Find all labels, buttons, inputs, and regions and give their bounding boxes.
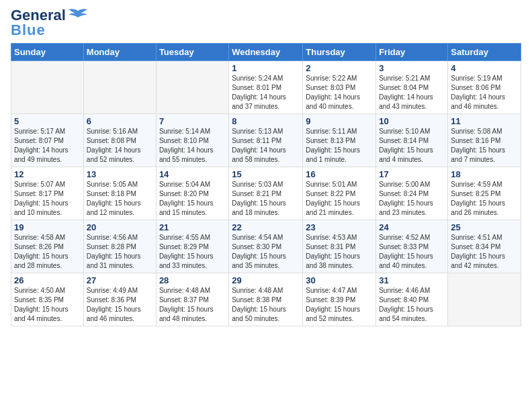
day-info: Sunrise: 4:56 AM Sunset: 8:28 PM Dayligh… — [87, 233, 153, 271]
calendar-cell: 10Sunrise: 5:10 AM Sunset: 8:14 PM Dayli… — [376, 114, 448, 167]
calendar-col-header: Wednesday — [229, 44, 303, 61]
calendar-col-header: Thursday — [303, 44, 376, 61]
calendar-cell: 4Sunrise: 5:19 AM Sunset: 8:06 PM Daylig… — [448, 61, 521, 114]
day-info: Sunrise: 5:00 AM Sunset: 8:24 PM Dayligh… — [379, 180, 445, 218]
calendar-cell: 5Sunrise: 5:17 AM Sunset: 8:07 PM Daylig… — [11, 114, 84, 167]
calendar-cell: 9Sunrise: 5:11 AM Sunset: 8:13 PM Daylig… — [303, 114, 376, 167]
calendar-week-row: 12Sunrise: 5:07 AM Sunset: 8:17 PM Dayli… — [11, 167, 521, 220]
day-info: Sunrise: 5:08 AM Sunset: 8:16 PM Dayligh… — [451, 127, 518, 165]
day-number: 21 — [159, 222, 226, 232]
calendar-col-header: Tuesday — [156, 44, 228, 61]
calendar-cell: 23Sunrise: 4:53 AM Sunset: 8:31 PM Dayli… — [303, 220, 376, 273]
logo-bird-icon — [67, 8, 89, 23]
day-info: Sunrise: 5:07 AM Sunset: 8:17 PM Dayligh… — [14, 180, 81, 218]
day-number: 6 — [87, 116, 153, 126]
day-number: 3 — [379, 63, 445, 73]
header: General Blue — [11, 7, 521, 39]
day-info: Sunrise: 4:58 AM Sunset: 8:26 PM Dayligh… — [14, 233, 81, 271]
day-number: 30 — [306, 275, 373, 285]
day-number: 22 — [232, 222, 300, 232]
calendar-cell: 28Sunrise: 4:48 AM Sunset: 8:37 PM Dayli… — [156, 273, 228, 326]
day-number: 19 — [14, 222, 81, 232]
day-info: Sunrise: 4:53 AM Sunset: 8:31 PM Dayligh… — [306, 233, 373, 271]
day-number: 14 — [159, 169, 226, 179]
day-number: 4 — [451, 63, 518, 73]
calendar-cell: 24Sunrise: 4:52 AM Sunset: 8:33 PM Dayli… — [376, 220, 448, 273]
calendar-cell: 3Sunrise: 5:21 AM Sunset: 8:04 PM Daylig… — [376, 61, 448, 114]
calendar-header-row: SundayMondayTuesdayWednesdayThursdayFrid… — [11, 44, 521, 61]
day-info: Sunrise: 5:11 AM Sunset: 8:13 PM Dayligh… — [306, 127, 373, 165]
day-info: Sunrise: 5:16 AM Sunset: 8:08 PM Dayligh… — [87, 127, 153, 165]
calendar-cell: 8Sunrise: 5:13 AM Sunset: 8:11 PM Daylig… — [229, 114, 303, 167]
day-number: 31 — [379, 275, 445, 285]
day-info: Sunrise: 5:10 AM Sunset: 8:14 PM Dayligh… — [379, 127, 445, 165]
day-number: 8 — [232, 116, 300, 126]
calendar-cell: 7Sunrise: 5:14 AM Sunset: 8:10 PM Daylig… — [156, 114, 228, 167]
day-info: Sunrise: 4:49 AM Sunset: 8:36 PM Dayligh… — [87, 286, 153, 324]
calendar-col-header: Monday — [83, 44, 156, 61]
day-info: Sunrise: 4:55 AM Sunset: 8:29 PM Dayligh… — [159, 233, 226, 271]
day-info: Sunrise: 4:48 AM Sunset: 8:38 PM Dayligh… — [232, 286, 300, 324]
day-number: 13 — [87, 169, 153, 179]
calendar-week-row: 1Sunrise: 5:24 AM Sunset: 8:01 PM Daylig… — [11, 61, 521, 114]
calendar-week-row: 19Sunrise: 4:58 AM Sunset: 8:26 PM Dayli… — [11, 220, 521, 273]
calendar-cell: 26Sunrise: 4:50 AM Sunset: 8:35 PM Dayli… — [11, 273, 84, 326]
day-number: 15 — [232, 169, 300, 179]
logo-blue-text: Blue — [11, 21, 46, 39]
calendar-col-header: Friday — [376, 44, 448, 61]
calendar-cell: 2Sunrise: 5:22 AM Sunset: 8:03 PM Daylig… — [303, 61, 376, 114]
calendar-cell: 15Sunrise: 5:03 AM Sunset: 8:21 PM Dayli… — [229, 167, 303, 220]
day-number: 20 — [87, 222, 153, 232]
day-number: 28 — [159, 275, 226, 285]
day-info: Sunrise: 5:19 AM Sunset: 8:06 PM Dayligh… — [451, 74, 518, 111]
day-number: 18 — [451, 169, 518, 179]
calendar-cell: 31Sunrise: 4:46 AM Sunset: 8:40 PM Dayli… — [376, 273, 448, 326]
calendar-col-header: Sunday — [11, 44, 84, 61]
day-number: 2 — [306, 63, 373, 73]
day-info: Sunrise: 5:17 AM Sunset: 8:07 PM Dayligh… — [14, 127, 81, 165]
day-info: Sunrise: 5:04 AM Sunset: 8:20 PM Dayligh… — [159, 180, 226, 218]
calendar-cell: 11Sunrise: 5:08 AM Sunset: 8:16 PM Dayli… — [448, 114, 521, 167]
day-info: Sunrise: 4:59 AM Sunset: 8:25 PM Dayligh… — [451, 180, 518, 218]
calendar-cell — [83, 61, 156, 114]
calendar-week-row: 5Sunrise: 5:17 AM Sunset: 8:07 PM Daylig… — [11, 114, 521, 167]
day-info: Sunrise: 5:01 AM Sunset: 8:22 PM Dayligh… — [306, 180, 373, 218]
day-number: 17 — [379, 169, 445, 179]
day-info: Sunrise: 5:14 AM Sunset: 8:10 PM Dayligh… — [159, 127, 226, 165]
day-number: 24 — [379, 222, 445, 232]
calendar-col-header: Saturday — [448, 44, 521, 61]
day-number: 1 — [232, 63, 300, 73]
day-number: 27 — [87, 275, 153, 285]
calendar-cell: 18Sunrise: 4:59 AM Sunset: 8:25 PM Dayli… — [448, 167, 521, 220]
day-info: Sunrise: 5:05 AM Sunset: 8:18 PM Dayligh… — [87, 180, 153, 218]
day-number: 29 — [232, 275, 300, 285]
day-number: 10 — [379, 116, 445, 126]
day-info: Sunrise: 4:46 AM Sunset: 8:40 PM Dayligh… — [379, 286, 445, 324]
calendar-cell: 21Sunrise: 4:55 AM Sunset: 8:29 PM Dayli… — [156, 220, 228, 273]
calendar-cell: 29Sunrise: 4:48 AM Sunset: 8:38 PM Dayli… — [229, 273, 303, 326]
day-info: Sunrise: 4:47 AM Sunset: 8:39 PM Dayligh… — [306, 286, 373, 324]
day-number: 25 — [451, 222, 518, 232]
calendar: SundayMondayTuesdayWednesdayThursdayFrid… — [11, 43, 521, 326]
day-info: Sunrise: 4:51 AM Sunset: 8:34 PM Dayligh… — [451, 233, 518, 271]
calendar-week-row: 26Sunrise: 4:50 AM Sunset: 8:35 PM Dayli… — [11, 273, 521, 326]
calendar-cell: 19Sunrise: 4:58 AM Sunset: 8:26 PM Dayli… — [11, 220, 84, 273]
day-info: Sunrise: 5:22 AM Sunset: 8:03 PM Dayligh… — [306, 74, 373, 111]
day-number: 26 — [14, 275, 81, 285]
day-number: 7 — [159, 116, 226, 126]
calendar-cell: 22Sunrise: 4:54 AM Sunset: 8:30 PM Dayli… — [229, 220, 303, 273]
calendar-cell: 12Sunrise: 5:07 AM Sunset: 8:17 PM Dayli… — [11, 167, 84, 220]
day-number: 16 — [306, 169, 373, 179]
calendar-cell — [11, 61, 84, 114]
day-number: 23 — [306, 222, 373, 232]
day-number: 12 — [14, 169, 81, 179]
calendar-cell: 1Sunrise: 5:24 AM Sunset: 8:01 PM Daylig… — [229, 61, 303, 114]
calendar-cell — [156, 61, 228, 114]
page: General Blue SundayMondayTuesdayWednesda… — [0, 0, 532, 411]
calendar-cell: 17Sunrise: 5:00 AM Sunset: 8:24 PM Dayli… — [376, 167, 448, 220]
day-number: 11 — [451, 116, 518, 126]
calendar-cell: 16Sunrise: 5:01 AM Sunset: 8:22 PM Dayli… — [303, 167, 376, 220]
calendar-cell: 27Sunrise: 4:49 AM Sunset: 8:36 PM Dayli… — [83, 273, 156, 326]
calendar-cell: 6Sunrise: 5:16 AM Sunset: 8:08 PM Daylig… — [83, 114, 156, 167]
calendar-cell: 25Sunrise: 4:51 AM Sunset: 8:34 PM Dayli… — [448, 220, 521, 273]
